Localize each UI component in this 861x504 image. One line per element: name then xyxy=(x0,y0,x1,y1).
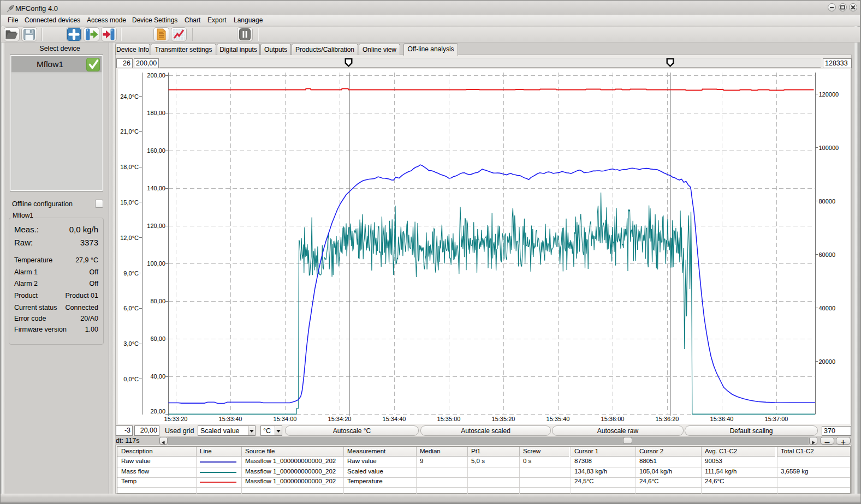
svg-text:6,0°C: 6,0°C xyxy=(123,305,139,311)
svg-text:60,00: 60,00 xyxy=(150,335,165,342)
svg-text:21,0°C: 21,0°C xyxy=(120,128,139,135)
svg-text:60000: 60000 xyxy=(819,251,836,258)
svg-text:3,0°C: 3,0°C xyxy=(123,340,139,347)
svg-text:15:35:20: 15:35:20 xyxy=(492,416,515,422)
svg-text:15:34:00: 15:34:00 xyxy=(274,416,297,422)
svg-text:200,00: 200,00 xyxy=(147,72,165,79)
svg-text:24,0°C: 24,0°C xyxy=(120,93,139,100)
svg-text:15:36:20: 15:36:20 xyxy=(656,416,679,422)
svg-text:15:36:00: 15:36:00 xyxy=(601,416,625,422)
svg-text:120000: 120000 xyxy=(819,91,839,98)
svg-text:15:34:20: 15:34:20 xyxy=(328,416,352,422)
svg-text:15:35:40: 15:35:40 xyxy=(547,416,570,422)
svg-text:18,0°C: 18,0°C xyxy=(120,164,139,170)
svg-text:100,00: 100,00 xyxy=(147,260,165,267)
svg-text:15:36:40: 15:36:40 xyxy=(710,416,734,422)
svg-text:15:34:40: 15:34:40 xyxy=(383,416,406,422)
svg-text:120,00: 120,00 xyxy=(147,223,165,229)
svg-text:15:37:00: 15:37:00 xyxy=(765,416,788,422)
svg-text:15,0°C: 15,0°C xyxy=(120,199,139,206)
svg-text:180,00: 180,00 xyxy=(147,110,165,116)
svg-text:160,00: 160,00 xyxy=(147,147,165,154)
svg-text:20000: 20000 xyxy=(819,358,836,365)
svg-text:15:35:00: 15:35:00 xyxy=(437,416,461,422)
svg-text:9,0°C: 9,0°C xyxy=(123,270,139,277)
svg-text:80,00: 80,00 xyxy=(150,298,165,304)
svg-text:40000: 40000 xyxy=(819,305,836,311)
svg-text:12,0°C: 12,0°C xyxy=(120,235,139,241)
svg-text:0,0°C: 0,0°C xyxy=(123,376,139,382)
svg-text:20,00: 20,00 xyxy=(150,408,165,415)
svg-text:40,00: 40,00 xyxy=(150,373,165,380)
svg-text:140,00: 140,00 xyxy=(147,185,165,191)
svg-text:15:33:40: 15:33:40 xyxy=(219,416,242,422)
svg-text:80000: 80000 xyxy=(819,198,836,205)
svg-text:15:33:20: 15:33:20 xyxy=(164,416,188,422)
svg-text:100000: 100000 xyxy=(819,145,839,151)
